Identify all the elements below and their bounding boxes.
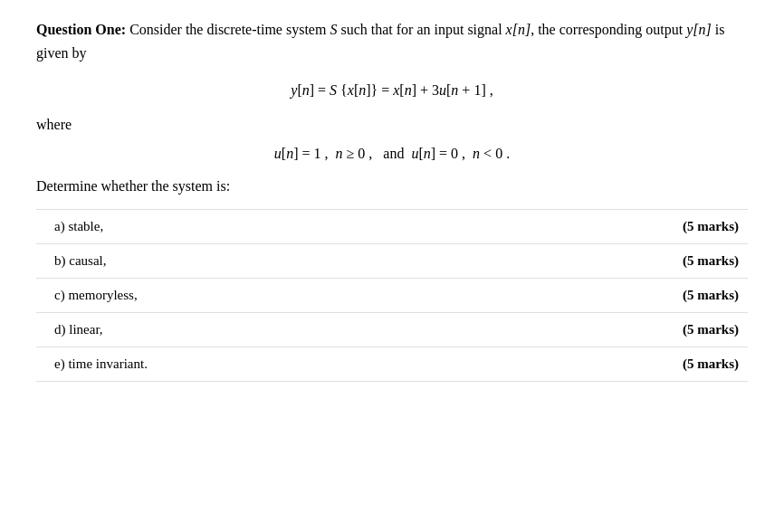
intro-text-2: such that for an input signal bbox=[337, 22, 505, 37]
table-row: d) linear, (5 marks) bbox=[36, 312, 748, 347]
input-signal: x[n] bbox=[506, 22, 531, 37]
u-equation: u[n] = 1 , n ≥ 0 , and u[n] = 0 , n < 0 … bbox=[274, 146, 510, 161]
table-row: a) stable, (5 marks) bbox=[36, 209, 748, 243]
table-row: c) memoryless, (5 marks) bbox=[36, 278, 748, 312]
where-block: where bbox=[36, 117, 748, 133]
intro-text-3: , the corresponding output bbox=[531, 22, 686, 37]
intro-text-1: Consider the discrete-time system bbox=[129, 22, 330, 37]
table-row: e) time invariant. (5 marks) bbox=[36, 347, 748, 382]
sub-question-d-label: d) linear, bbox=[54, 322, 103, 337]
question-header: Question One: bbox=[36, 22, 126, 37]
sub-question-d-marks: (5 marks) bbox=[683, 322, 739, 337]
sub-question-b-marks: (5 marks) bbox=[683, 253, 739, 269]
sub-question-c-marks: (5 marks) bbox=[683, 288, 739, 303]
u-equation-block: u[n] = 1 , n ≥ 0 , and u[n] = 0 , n < 0 … bbox=[36, 146, 748, 162]
sub-question-b-label: b) causal, bbox=[54, 253, 106, 269]
determine-text: Determine whether the system is: bbox=[36, 178, 230, 194]
main-equation: y[n] = S {x[n]} = x[n] + 3u[n + 1] , bbox=[291, 82, 492, 98]
table-row: b) causal, (5 marks) bbox=[36, 243, 748, 278]
where-label: where bbox=[36, 117, 72, 132]
main-equation-block: y[n] = S {x[n]} = x[n] + 3u[n + 1] , bbox=[36, 82, 748, 99]
determine-block: Determine whether the system is: bbox=[36, 178, 748, 195]
question-block: Question One: Consider the discrete-time… bbox=[36, 18, 748, 382]
sub-question-a-label: a) stable, bbox=[54, 219, 103, 234]
sub-questions-list: a) stable, (5 marks) b) causal, (5 marks… bbox=[36, 209, 748, 382]
question-intro: Question One: Consider the discrete-time… bbox=[36, 18, 748, 64]
sub-question-e-marks: (5 marks) bbox=[683, 356, 739, 372]
sub-question-c-label: c) memoryless, bbox=[54, 288, 138, 303]
output-signal: y[n] bbox=[686, 22, 712, 37]
sub-question-e-label: e) time invariant. bbox=[54, 356, 148, 372]
sub-question-a-marks: (5 marks) bbox=[683, 219, 739, 234]
